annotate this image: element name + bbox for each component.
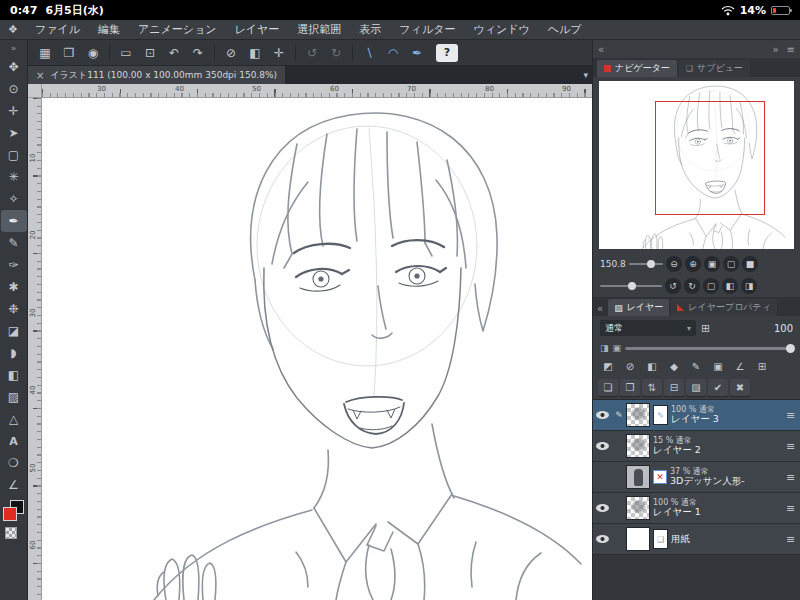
- blend-tool[interactable]: ◗: [1, 342, 27, 364]
- undo-icon[interactable]: ↶: [163, 43, 185, 63]
- document-tab[interactable]: × イラスト111 (100.00 x 100.00mm 350dpi 150.…: [28, 66, 286, 84]
- fill-command-icon[interactable]: ◧: [244, 43, 266, 63]
- rotate-right-icon[interactable]: ↻: [325, 43, 347, 63]
- transparent-color-swatch[interactable]: [5, 527, 17, 539]
- opacity-left-icon[interactable]: ◨: [600, 343, 609, 353]
- layer-menu-icon[interactable]: ≡: [783, 502, 798, 515]
- rotate-slider[interactable]: [600, 285, 662, 287]
- transfer-layer-icon[interactable]: ⇅: [642, 379, 662, 396]
- pen-tool[interactable]: ✒: [1, 210, 27, 232]
- palette-settings-icon[interactable]: ⊞: [752, 358, 772, 375]
- layer-menu-icon[interactable]: ≡: [783, 409, 798, 422]
- panel-collapse-left-icon[interactable]: «: [598, 44, 604, 55]
- clip-studio-logo-icon[interactable]: ❖: [0, 23, 26, 36]
- layer-row-layer2[interactable]: 15 % 通常 レイヤー 2 ≡: [593, 431, 800, 462]
- flip-vertical-icon[interactable]: ◨: [741, 278, 757, 294]
- layer-thumbnail[interactable]: [626, 434, 650, 458]
- eraser-tool[interactable]: ◪: [1, 320, 27, 342]
- tab-navigator[interactable]: ナビゲーター: [597, 60, 677, 77]
- menu-selection[interactable]: 選択範囲: [288, 20, 350, 40]
- zoom-in-icon[interactable]: ⊕: [685, 256, 701, 272]
- menu-help[interactable]: ヘルプ: [539, 20, 591, 40]
- visibility-toggle[interactable]: [593, 411, 612, 419]
- lock-alpha-icon[interactable]: ◧: [642, 358, 662, 375]
- clip-studio-home-icon[interactable]: ◉: [82, 43, 104, 63]
- select-mode-icon[interactable]: ▭: [115, 43, 137, 63]
- hand-tool[interactable]: ✥: [1, 56, 27, 78]
- rotate-left-icon[interactable]: ↺: [301, 43, 323, 63]
- redo-icon[interactable]: ↷: [187, 43, 209, 63]
- new-folder-icon[interactable]: ❐: [620, 379, 640, 396]
- decoration-tool[interactable]: ❉: [1, 298, 27, 320]
- reset-view-icon[interactable]: ▢: [703, 278, 719, 294]
- layer-menu-icon[interactable]: ≡: [783, 440, 798, 453]
- visibility-toggle[interactable]: [593, 504, 612, 512]
- layer-mask-icon[interactable]: ▨: [686, 379, 706, 396]
- opacity-slider[interactable]: [625, 347, 793, 350]
- fit-screen-icon[interactable]: ▣: [704, 256, 720, 272]
- airbrush-tool[interactable]: ✱: [1, 276, 27, 298]
- enable-mask-icon[interactable]: ▣: [708, 358, 728, 375]
- close-tab-icon[interactable]: ×: [36, 70, 44, 81]
- open-canvas-icon[interactable]: ❐: [58, 43, 80, 63]
- menu-view[interactable]: 表示: [350, 20, 390, 40]
- visibility-toggle[interactable]: [593, 442, 612, 450]
- zoom-slider[interactable]: [629, 263, 663, 265]
- layer-thumbnail[interactable]: [626, 527, 650, 551]
- snap-ruler-pen-icon[interactable]: ✒: [406, 43, 428, 63]
- transform-icon[interactable]: ⊡: [139, 43, 161, 63]
- pencil-tool[interactable]: ✎: [1, 232, 27, 254]
- layer-panel-collapse-icon[interactable]: «: [596, 303, 606, 316]
- reference-layer-icon[interactable]: ◆: [664, 358, 684, 375]
- menu-file[interactable]: ファイル: [26, 20, 89, 40]
- panel-collapse-right-icon[interactable]: »: [772, 44, 778, 55]
- lock-layer-icon[interactable]: ⊘: [620, 358, 640, 375]
- palette-expand-icon[interactable]: ⊞: [701, 322, 710, 335]
- figure-tool[interactable]: △: [1, 408, 27, 430]
- fill-tool[interactable]: ◧: [1, 364, 27, 386]
- snap-ruler-curve-icon[interactable]: ◠: [382, 43, 404, 63]
- blend-mode-select[interactable]: 通常 ▾: [600, 320, 696, 336]
- tab-layer-property[interactable]: レイヤープロパティ: [671, 299, 777, 316]
- layer-row-layer3[interactable]: ✎ ✎ 100 % 通常 レイヤー 3 ≡: [593, 400, 800, 431]
- magnify-tool[interactable]: ⊙: [1, 78, 27, 100]
- clip-below-icon[interactable]: ◩: [598, 358, 618, 375]
- selection-tool[interactable]: ▢: [1, 144, 27, 166]
- auto-select-tool[interactable]: ✳: [1, 166, 27, 188]
- opacity-right-icon[interactable]: ▣: [613, 343, 622, 353]
- layer-row-paper[interactable]: ❏ 用紙 ≡: [593, 524, 800, 555]
- brush-tool[interactable]: ✑: [1, 254, 27, 276]
- layer-menu-icon[interactable]: ≡: [783, 533, 798, 546]
- flip-horizontal-icon[interactable]: ◧: [722, 278, 738, 294]
- snap-ruler-line-icon[interactable]: ∖: [358, 43, 380, 63]
- menu-window[interactable]: ウィンドウ: [464, 20, 538, 40]
- delete-layer-icon[interactable]: ✖: [730, 379, 750, 396]
- ruler-range-icon[interactable]: ∠: [730, 358, 750, 375]
- tab-subview[interactable]: ❏ サブビュー: [679, 60, 750, 77]
- layer-row-3d-model[interactable]: ✕ 37 % 通常 3Dデッサン人形- ≡: [593, 462, 800, 493]
- eyedropper-tool[interactable]: ✧: [1, 188, 27, 210]
- actual-size-icon[interactable]: ▢: [723, 256, 739, 272]
- help-button[interactable]: ?: [436, 44, 458, 62]
- menu-filter[interactable]: フィルター: [390, 20, 464, 40]
- layer-thumbnail[interactable]: [626, 403, 650, 427]
- fullscreen-icon[interactable]: ■: [742, 256, 758, 272]
- main-color-swatch[interactable]: [3, 507, 17, 521]
- viewport-indicator[interactable]: [655, 101, 765, 215]
- gradient-tool[interactable]: ▨: [1, 386, 27, 408]
- move-tool[interactable]: ✛: [1, 100, 27, 122]
- clear-icon[interactable]: ⊘: [220, 43, 242, 63]
- tab-list-icon[interactable]: ▾: [583, 70, 588, 80]
- panel-menu-icon[interactable]: ≡: [787, 44, 795, 55]
- layer-row-layer1[interactable]: 100 % 通常 レイヤー 1 ≡: [593, 493, 800, 524]
- tab-layer[interactable]: ▨ レイヤー: [608, 299, 669, 316]
- menu-edit[interactable]: 編集: [89, 20, 129, 40]
- menu-layer[interactable]: レイヤー: [226, 20, 289, 40]
- snap-crosshair-icon[interactable]: ✛: [268, 43, 290, 63]
- palette-collapse-icon[interactable]: »: [11, 40, 17, 56]
- rotate-right-icon[interactable]: ↻: [684, 278, 700, 294]
- navigator-preview[interactable]: [599, 81, 794, 249]
- balloon-tool[interactable]: ❍: [1, 452, 27, 474]
- rotate-left-icon[interactable]: ↺: [665, 278, 681, 294]
- zoom-out-icon[interactable]: ⊖: [666, 256, 682, 272]
